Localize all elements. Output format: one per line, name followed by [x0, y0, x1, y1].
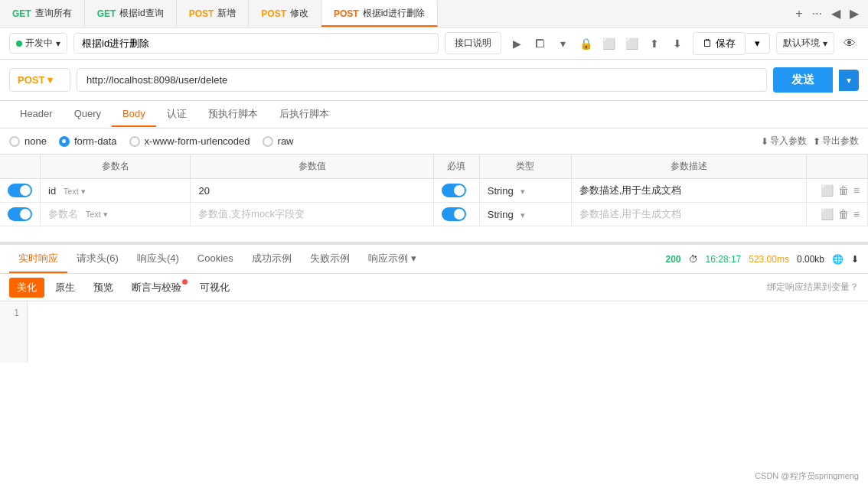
tab-query[interactable]: Query	[64, 102, 112, 127]
tab-bar: GET 查询所有 GET 根据id查询 POST 新增 POST 修改 POST…	[0, 0, 868, 28]
radio-form-data[interactable]: form-data	[59, 135, 117, 147]
rbody-tab-raw[interactable]: 原生	[47, 278, 83, 298]
doc-button[interactable]: 接口说明	[445, 32, 501, 54]
save-label: 保存	[716, 37, 736, 50]
tab-get-all[interactable]: GET 查询所有	[0, 0, 85, 27]
resp-tab-success[interactable]: 成功示例	[243, 246, 301, 273]
row1-more-icon[interactable]: ≡	[853, 184, 860, 197]
response-content: 1	[0, 301, 868, 363]
tab-label-3: 新增	[217, 7, 236, 20]
response-size: 0.00kb	[797, 254, 824, 265]
rbody-tab-preview[interactable]: 预览	[86, 278, 121, 298]
resp-tab-failure[interactable]: 失败示例	[301, 246, 359, 273]
params-table-container: 参数名 参数值 必填 类型 参数描述 id Text ▾ 20	[0, 155, 868, 226]
tab-post-script[interactable]: 后执行脚本	[269, 101, 340, 129]
resp-tab-request-headers[interactable]: 请求头(6)	[67, 246, 128, 273]
row2-description[interactable]: 参数描述,用于生成文档	[571, 203, 806, 226]
radio-form-data-circle	[59, 136, 70, 147]
radio-urlencoded[interactable]: x-www-form-urlencoded	[129, 135, 250, 147]
response-body-area[interactable]	[28, 301, 868, 363]
row2-param-value[interactable]: 参数值,支持mock字段变	[191, 203, 433, 226]
method-label: POST	[18, 74, 44, 86]
import-params-button[interactable]: ⬇ 导入参数	[761, 135, 807, 148]
export-params-button[interactable]: ⬆ 导出参数	[813, 135, 859, 148]
row1-type-select[interactable]: Text ▾	[64, 187, 86, 196]
col-param-name: 参数名	[41, 155, 191, 179]
response-tabs: 实时响应 请求头(6) 响应头(4) Cookies 成功示例 失败示例 响应示…	[0, 245, 868, 274]
bind-response-label[interactable]: 绑定响应结果到变量？	[767, 281, 859, 294]
row2-required-toggle[interactable]	[442, 207, 466, 221]
method-chevron-icon: ▾	[47, 74, 53, 86]
env-right-selector[interactable]: 默认环境 ▾	[776, 32, 834, 54]
params-table: 参数名 参数值 必填 类型 参数描述 id Text ▾ 20	[0, 155, 868, 226]
api-name-input[interactable]	[73, 33, 439, 54]
row1-required-toggle[interactable]	[442, 184, 466, 197]
rbody-tab-visualize[interactable]: 可视化	[192, 278, 237, 298]
tab-label-2: 根据id查询	[119, 7, 163, 20]
row2-type-chevron[interactable]: ▾	[520, 210, 525, 220]
tab-post-edit[interactable]: POST 修改	[249, 0, 321, 27]
tab-post-delete[interactable]: POST 根据id进行删除	[321, 0, 438, 27]
row1-copy-icon[interactable]: ⬜	[821, 184, 834, 197]
row2-delete-icon[interactable]: 🗑	[838, 208, 849, 220]
resp-tab-response-headers[interactable]: 响应头(4)	[128, 246, 188, 273]
save-dropdown-button[interactable]: ▾	[746, 33, 770, 54]
rbody-tab-beautify[interactable]: 美化	[9, 278, 44, 298]
globe-icon[interactable]: 🌐	[832, 254, 844, 265]
row2-copy-icon[interactable]: ⬜	[821, 208, 834, 220]
col-param-value: 参数值	[191, 155, 433, 179]
tab-post-add[interactable]: POST 新增	[177, 0, 250, 27]
method-selector[interactable]: POST ▾	[9, 68, 70, 92]
send-dropdown-button[interactable]: ▾	[839, 70, 859, 91]
upload-params-icon: ⬆	[813, 136, 821, 147]
col-toggle	[0, 155, 41, 179]
play-icon[interactable]: ▶	[507, 34, 526, 53]
row1-param-name[interactable]: id Text ▾	[41, 179, 191, 203]
share-icon[interactable]: ⬜	[622, 34, 641, 53]
row1-description[interactable]: 参数描述,用于生成文档	[571, 179, 806, 203]
eye-icon[interactable]: 👁	[840, 34, 859, 54]
tab-auth[interactable]: 认证	[156, 101, 197, 129]
tab-method-3: POST	[189, 8, 214, 19]
resp-tab-example[interactable]: 响应示例 ▾	[359, 246, 426, 273]
radio-none[interactable]: none	[9, 135, 47, 147]
save-button[interactable]: 🗒 保存	[693, 32, 746, 55]
tab-get-by-id[interactable]: GET 根据id查询	[85, 0, 177, 27]
tab-prev-button[interactable]: ◀	[828, 5, 844, 22]
row2-more-icon[interactable]: ≡	[853, 208, 860, 220]
row1-param-value[interactable]: 20	[191, 179, 433, 203]
row2-param-name[interactable]: 参数名 Text ▾	[41, 203, 191, 226]
env-selector[interactable]: 开发中 ▾	[9, 33, 67, 54]
row2-type-select[interactable]: Text ▾	[86, 210, 108, 219]
resp-tab-cookies[interactable]: Cookies	[188, 246, 243, 272]
duplicate-icon[interactable]: ⬜	[599, 34, 618, 53]
radio-raw[interactable]: raw	[263, 135, 294, 147]
chevron-down-icon[interactable]: ▾	[553, 34, 572, 53]
example-chevron-icon[interactable]: ▾	[411, 252, 416, 264]
rbody-tab-assert[interactable]: 断言与校验	[124, 278, 189, 298]
download-response-icon[interactable]: ⬇	[851, 254, 859, 265]
copy-icon[interactable]: ⧠	[530, 34, 549, 53]
row1-delete-icon[interactable]: 🗑	[838, 184, 849, 197]
tab-body[interactable]: Body	[112, 102, 156, 127]
tab-method-4: POST	[261, 8, 286, 19]
resp-tab-realtime[interactable]: 实时响应	[9, 246, 67, 273]
tab-next-button[interactable]: ▶	[847, 5, 862, 22]
export-icon[interactable]: ⬆	[645, 34, 664, 53]
row1-type[interactable]: String ▾	[479, 179, 571, 203]
response-section: 实时响应 请求头(6) 响应头(4) Cookies 成功示例 失败示例 响应示…	[0, 242, 868, 363]
lock-icon[interactable]: 🔒	[576, 34, 595, 53]
tab-header[interactable]: Header	[9, 102, 64, 127]
download-icon[interactable]: ⬇	[668, 34, 687, 53]
row2-toggle[interactable]	[8, 207, 32, 221]
more-tabs-button[interactable]: ···	[809, 5, 825, 22]
response-body-tabs: 美化 原生 预览 断言与校验 可视化 绑定响应结果到变量？	[0, 274, 868, 301]
row1-type-chevron[interactable]: ▾	[520, 187, 525, 196]
new-tab-button[interactable]: +	[792, 5, 805, 22]
send-button[interactable]: 发送	[773, 67, 833, 93]
url-input[interactable]	[77, 68, 767, 92]
tab-pre-script[interactable]: 预执行脚本	[197, 101, 269, 129]
row1-toggle[interactable]	[8, 184, 32, 197]
row2-type[interactable]: String ▾	[479, 203, 571, 226]
export-label: 导出参数	[822, 135, 859, 148]
